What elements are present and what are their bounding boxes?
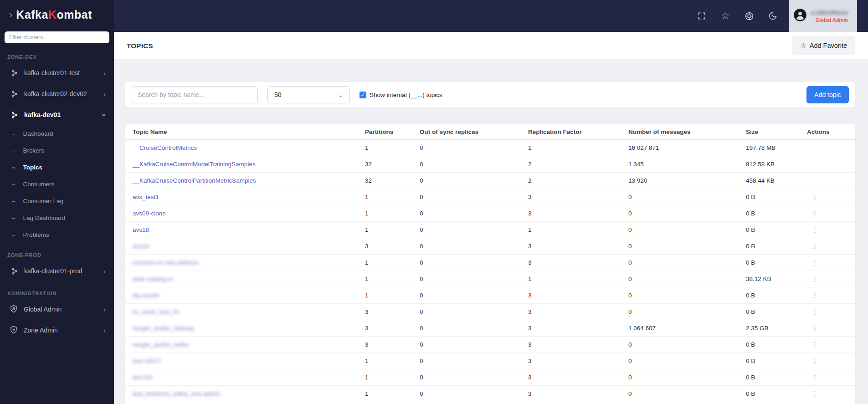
add-topic-button[interactable]: Add topic	[806, 86, 849, 103]
row-actions-button[interactable]: ⋮	[807, 389, 823, 398]
filter-clusters-input[interactable]	[5, 31, 109, 43]
table-row: data-catalog-in 1 0 1 0 38.12 KB ⋮	[125, 271, 855, 287]
table-row: avs_test1 1 0 3 0 0 B ⋮	[125, 189, 855, 205]
topic-name-link[interactable]: __CruiseControlMetrics	[133, 144, 197, 151]
topic-name-link[interactable]: test-t01	[133, 374, 153, 381]
show-internal-checkbox[interactable]: ✓	[360, 92, 366, 98]
row-actions-button[interactable]: ⋮	[807, 373, 823, 382]
partitions-cell: 1	[365, 358, 420, 364]
out-of-sync-cell: 0	[420, 390, 528, 397]
topics-table-body: __CruiseControlMetrics 1 0 1 16 027 871 …	[125, 140, 855, 404]
row-actions-button[interactable]: ⋮	[807, 242, 823, 251]
topic-name-link[interactable]: ranger_audits_kafka	[133, 341, 188, 348]
partitions-cell: 1	[365, 390, 420, 397]
globe-icon[interactable]	[744, 11, 754, 21]
sidebar-subitem-problems[interactable]: –Problems	[0, 226, 114, 243]
sidebar-item-global-admin[interactable]: Global Admin ›	[0, 299, 114, 320]
size-cell: 0 B	[746, 194, 807, 200]
sidebar-subitem-dashboard[interactable]: –Dashboard	[0, 125, 114, 142]
size-cell: 0 B	[746, 292, 807, 299]
table-row: common-in-raw-address 1 0 3 0 0 B ⋮	[125, 255, 855, 271]
table-row: __KafkaCruiseControlModelTrainingSamples…	[125, 156, 855, 173]
sidebar-subitem-label: Dashboard	[23, 130, 53, 137]
admin-item-label: Global Admin	[24, 306, 62, 313]
partitions-cell: 1	[365, 194, 420, 200]
section-label-administration: ADMINISTRATION	[0, 281, 114, 299]
row-actions-button[interactable]: ⋮	[807, 209, 823, 218]
sidebar-subitem-label: Lag Dashboard	[23, 215, 65, 221]
size-cell: 0 B	[746, 226, 807, 233]
topic-name-link[interactable]: avs23	[133, 243, 149, 250]
table-row: ranger_audits_kafka 3 0 3 0 0 B ⋮	[125, 337, 855, 353]
sidebar-item-cluster02-dev02[interactable]: kafka-cluster02-dev02 ›	[0, 83, 114, 104]
row-actions-button[interactable]: ⋮	[807, 291, 823, 300]
sidebar-collapse-icon[interactable]: ›	[9, 10, 12, 20]
cluster-label: kafka-cluster01-test	[24, 69, 80, 77]
page-size-select[interactable]: 50 ⌄	[267, 86, 350, 103]
cluster-label: kafka-dev01	[24, 111, 61, 118]
size-cell: 0 B	[746, 308, 807, 315]
row-actions-button[interactable]: ⋮	[807, 225, 823, 234]
topic-name-link[interactable]: common-in-raw-address	[133, 259, 199, 266]
replication-factor-cell: 3	[528, 308, 628, 315]
sidebar-subitem-topics[interactable]: –Topics	[0, 159, 114, 176]
topic-name-link[interactable]: avs18	[133, 226, 149, 233]
partitions-cell: 1	[365, 292, 420, 299]
row-actions-button[interactable]: ⋮	[807, 357, 823, 365]
out-of-sync-cell: 0	[420, 210, 528, 217]
row-actions-button[interactable]: ⋮	[807, 258, 823, 267]
topic-name-link[interactable]: __KafkaCruiseControlModelTrainingSamples	[133, 161, 256, 168]
show-internal-toggle[interactable]: ✓ Show internal (__...) topics	[360, 92, 442, 98]
page-title: TOPICS	[127, 42, 153, 50]
dash-icon: –	[12, 215, 15, 221]
table-row: __CruiseControlMetrics 1 0 1 16 027 871 …	[125, 140, 855, 156]
sidebar-item-cluster01-test[interactable]: kafka-cluster01-test ›	[0, 62, 114, 83]
show-internal-label: Show internal (__...) topics	[370, 92, 442, 98]
size-cell: 38.12 KB	[746, 276, 807, 282]
row-actions-button[interactable]: ⋮	[807, 307, 823, 316]
topic-name-link[interactable]: dq-results	[133, 292, 159, 299]
replication-factor-cell: 2	[528, 161, 628, 168]
messages-cell: 0	[628, 259, 746, 266]
kafka-cluster-icon	[10, 267, 18, 275]
row-actions-button[interactable]: ⋮	[807, 324, 823, 332]
sidebar-subitem-lag-dashboard[interactable]: –Lag Dashboard	[0, 210, 114, 226]
sidebar-subitem-consumers[interactable]: –Consumers	[0, 176, 114, 193]
topic-name-link[interactable]: ranger_audits_hadoop	[133, 325, 194, 332]
sidebar-subitem-brokers[interactable]: –Brokers	[0, 142, 114, 159]
topic-name-link[interactable]: test-16017	[133, 358, 162, 364]
size-cell: 0 B	[746, 390, 807, 397]
page-header: TOPICS ☆ Add Favorite	[114, 32, 868, 59]
chevron-right-icon: ›	[103, 69, 106, 77]
user-menu[interactable]: a.sbfdsufhanov Global Admin	[789, 0, 857, 32]
sidebar-item-cluster01-prod[interactable]: kafka-cluster01-prod ›	[0, 261, 114, 281]
topic-name-link[interactable]: __KafkaCruiseControlPartitionMetricSampl…	[133, 177, 256, 184]
topic-name-link[interactable]: kc_reset_test_01	[133, 308, 180, 315]
table-row: avs09-clone 1 0 3 0 0 B ⋮	[125, 205, 855, 222]
sidebar-item-zone-admin[interactable]: Zone Admin ›	[0, 320, 114, 341]
replication-factor-cell: 3	[528, 325, 628, 332]
fullscreen-icon[interactable]	[697, 11, 707, 21]
table-row: test_topic 1 0 1 0 0 B ⋮	[125, 402, 855, 404]
dash-icon: –	[12, 164, 15, 171]
sidebar-item-kafka-dev01[interactable]: kafka-dev01 ›	[0, 104, 114, 125]
search-topic-input[interactable]	[132, 86, 258, 103]
favorites-star-icon[interactable]: ☆	[720, 11, 730, 21]
size-cell: 2.35 GB	[746, 325, 807, 332]
topic-name-link[interactable]: data-catalog-in	[133, 276, 173, 282]
col-actions: Actions	[807, 128, 848, 135]
row-actions-button[interactable]: ⋮	[807, 340, 823, 349]
add-favorite-button[interactable]: ☆ Add Favorite	[792, 36, 855, 55]
topic-name-link[interactable]: avs09-clone	[133, 210, 166, 217]
messages-cell: 1 345	[628, 161, 746, 168]
topic-name-link[interactable]: test_kerberos_kafka_test-admin	[133, 390, 220, 397]
replication-factor-cell: 1	[528, 226, 628, 233]
table-row: __KafkaCruiseControlPartitionMetricSampl…	[125, 173, 855, 189]
user-role: Global Admin	[811, 17, 853, 23]
row-actions-button[interactable]: ⋮	[807, 275, 823, 283]
sidebar-subitem-consumer-lag[interactable]: –Consumer Lag	[0, 193, 114, 210]
topic-name-link[interactable]: avs_test1	[133, 194, 159, 200]
row-actions-button[interactable]: ⋮	[807, 193, 823, 201]
sidebar-subitem-label: Problems	[23, 231, 49, 238]
dark-mode-moon-icon[interactable]	[768, 11, 778, 21]
